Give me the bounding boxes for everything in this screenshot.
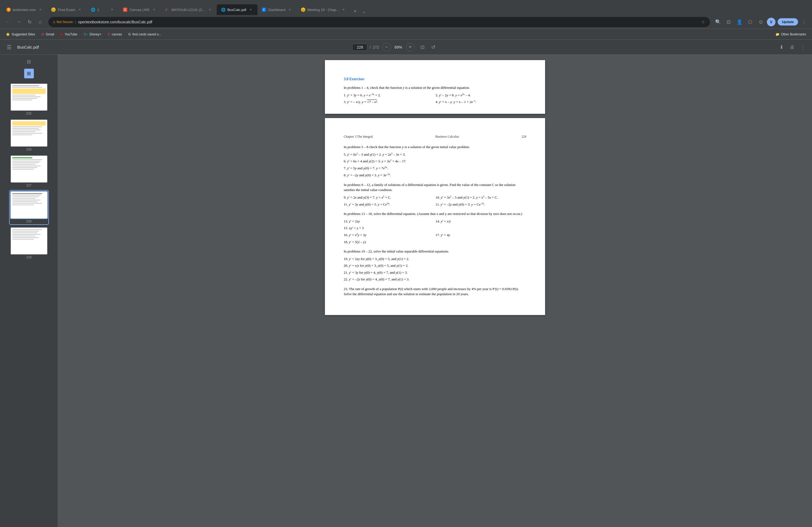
- zoom-out-button[interactable]: −: [382, 43, 391, 51]
- forward-button[interactable]: →: [14, 17, 24, 27]
- problem-15: 15. xy′ = y + 3: [344, 225, 526, 231]
- pdf-pages-area[interactable]: 3.8 Exercises In problems 1 – 4, check t…: [58, 55, 812, 527]
- pdf-toolbar: ☰ BusCalc.pdf / 272 − 69% + ⊡ ↺ ⬇ 🖨 ⋮: [0, 40, 812, 55]
- tab-favicon-canvas: C: [123, 7, 127, 12]
- tab-close-finalexam[interactable]: ×: [77, 7, 82, 12]
- bookmarks-right: 📁 Other Bookmarks: [773, 31, 809, 37]
- bookmark-disney[interactable]: D+ Disney+: [81, 31, 104, 37]
- reload-button[interactable]: ↻: [25, 17, 34, 27]
- pdf-menu-button[interactable]: ☰: [4, 42, 14, 52]
- bookmark-icon[interactable]: ⊡: [724, 17, 734, 27]
- pdf-title: BusCalc.pdf: [17, 45, 349, 49]
- problems-9-10: 9. y′ = 2x and y(3) = 7. y = x2 + C. 10.…: [344, 195, 526, 200]
- bookmark-find-cards[interactable]: G find cards saved o...: [126, 31, 164, 37]
- extensions-icon[interactable]: ⬡: [745, 17, 755, 27]
- update-button[interactable]: Update: [778, 18, 798, 26]
- more-pdf-options-icon[interactable]: ⋮: [798, 42, 808, 52]
- new-tab-button[interactable]: +: [351, 7, 359, 15]
- sidebar-thumbnails-icon[interactable]: ⊞: [24, 69, 34, 78]
- rotate-icon[interactable]: ↺: [429, 42, 438, 52]
- download-icon[interactable]: ⬇: [777, 42, 786, 52]
- pdf-sidebar: ⊟ ⊞ 225: [0, 55, 58, 527]
- tab-favicon-dashboard: C: [262, 7, 266, 12]
- address-right-icons: ☆: [700, 19, 706, 25]
- tab-textbroker[interactable]: T textbroker.com ×: [2, 4, 47, 15]
- intro-19-22: In problems 19 – 22, solve the initial v…: [344, 249, 526, 254]
- toolbar-right-buttons: 🔍 ⊡ 👤 ⬡ ⊙ V Update ⋮: [713, 17, 809, 27]
- pdf-thumb-228[interactable]: 228: [10, 191, 48, 224]
- tab-buscalc[interactable]: 🌐 BusCalc.pdf ×: [217, 4, 258, 15]
- problem-8: 8. y′ = –2y and y(0) = 3. y = 3e–2x.: [344, 172, 526, 178]
- tab-favicon-1: 🌐: [91, 7, 95, 12]
- problem-4: 4. y′ = x – y. y = x – 1 + 2e−x.: [436, 99, 526, 105]
- tab-close-math[interactable]: ×: [207, 7, 213, 12]
- user-icon[interactable]: 👤: [735, 17, 744, 27]
- thumb-image-227: [11, 156, 47, 182]
- print-icon[interactable]: 🖨: [787, 42, 797, 52]
- problems-16-18: 16. y′ = x2y + 3y 17. y′ = 4y: [344, 232, 526, 238]
- tab-math[interactable]: 🎓 MATH140-12141 (C... ×: [161, 4, 217, 15]
- tab-favicon-math: 🎓: [165, 7, 170, 12]
- address-separator: |: [75, 20, 76, 24]
- thumb-num-229: 229: [26, 255, 31, 259]
- tab-meeting[interactable]: 🐝 Meeting 19 - Chap... ×: [297, 4, 350, 15]
- tab-favicon-finalexam: 🐝: [51, 7, 56, 12]
- pdf-toolbar-icons: ⊡ ↺: [418, 42, 438, 52]
- page-number: 228: [521, 134, 526, 139]
- pdf-thumb-226[interactable]: 226: [10, 119, 48, 152]
- tab-label-meeting: Meeting 19 - Chap...: [307, 8, 339, 12]
- other-bookmarks[interactable]: 📁 Other Bookmarks: [773, 31, 809, 37]
- pdf-thumb-227[interactable]: 227: [10, 154, 48, 189]
- sidebar-page-view-icon[interactable]: ⊟: [24, 57, 34, 66]
- bookmark-star-icon[interactable]: ☆: [700, 19, 706, 25]
- tab-close-textbroker[interactable]: ×: [38, 7, 43, 12]
- pdf-thumb-225[interactable]: 225: [10, 82, 48, 117]
- problem-1: 1. y′ + 3y = 6. y = e−3x + 2.: [344, 93, 434, 98]
- fit-page-icon[interactable]: ⊡: [418, 42, 427, 52]
- tabs-container: T textbroker.com × 🐝 Final Exam × 🌐 1 × …: [2, 0, 810, 15]
- tab-close-1[interactable]: ×: [110, 7, 114, 12]
- tab-canvas[interactable]: C Canvas LMS ×: [119, 4, 161, 15]
- problem-12: 11. y′ = –2y and y(0) = 3. y = Ce–2x.: [436, 202, 526, 207]
- tabs-expand-button[interactable]: ⌄: [360, 7, 367, 15]
- bookmark-suggested-sites[interactable]: ⭐ Suggested Sites: [3, 31, 38, 37]
- address-bar[interactable]: ⚠ Not Secure | opentextbookstore.com/bus…: [48, 17, 710, 27]
- problem-18: 18. y′ = 5(2 – y): [344, 239, 526, 245]
- bookmark-gmail[interactable]: M Gmail: [39, 31, 57, 37]
- bookmark-youtube[interactable]: ▶ YouTube: [58, 31, 80, 37]
- tab-favicon-textbroker: T: [6, 7, 11, 12]
- zoom-in-button[interactable]: +: [406, 43, 415, 51]
- tab-label-buscalc: BusCalc.pdf: [228, 8, 246, 12]
- search-icon[interactable]: 🔍: [713, 17, 723, 27]
- bookmark-canvas[interactable]: C canvas: [105, 31, 125, 37]
- pdf-content: ⊟ ⊞ 225: [0, 55, 812, 527]
- pdf-thumb-229[interactable]: 229: [10, 226, 48, 260]
- pdf-page-input[interactable]: [352, 44, 367, 51]
- problem-10: 10. y′ = 3x2 – 5 and y(1) = 2. y = x3 – …: [436, 195, 526, 200]
- tab-close-buscalc[interactable]: ×: [248, 7, 253, 12]
- tab-close-canvas[interactable]: ×: [152, 7, 157, 12]
- back-button[interactable]: ←: [3, 17, 13, 27]
- security-warning: ⚠ Not Secure: [53, 20, 73, 24]
- tab-label-math: MATH140-12141 (C...: [172, 8, 205, 12]
- tab-label-finalexam: Final Exam: [58, 8, 75, 12]
- pdf-page-227-partial: 3.8 Exercises In problems 1 – 4, check t…: [325, 60, 545, 114]
- thumb-num-228: 228: [26, 220, 31, 223]
- more-options-icon[interactable]: ⋮: [799, 17, 809, 27]
- tab-favicon-meeting: 🐝: [301, 7, 305, 12]
- tab-finalexam[interactable]: 🐝 Final Exam ×: [47, 4, 86, 15]
- profile-icon[interactable]: ⊙: [756, 17, 766, 27]
- tab-close-dashboard[interactable]: ×: [288, 7, 292, 12]
- tab-close-meeting[interactable]: ×: [341, 7, 346, 12]
- tab-favicon-buscalc: 🌐: [221, 7, 225, 12]
- browser-titlebar: T textbroker.com × 🐝 Final Exam × 🌐 1 × …: [0, 0, 812, 15]
- avatar-button[interactable]: V: [767, 18, 775, 26]
- tab-dashboard[interactable]: C Dashboard ×: [258, 4, 297, 15]
- problem-20: 20. y′ = x/y for y(0) = 3, y(0) = 5, and…: [344, 263, 526, 268]
- home-button[interactable]: ⌂: [35, 17, 45, 27]
- problem-intro-1-4: In problems 1 – 4, check that the functi…: [344, 85, 526, 90]
- thumb-num-227: 227: [26, 183, 31, 187]
- problem-2: 2. y′ – 2y = 8. y = e2x – 4.: [436, 93, 526, 98]
- disney-icon: D+: [84, 32, 88, 36]
- tab-1[interactable]: 🌐 1 ×: [86, 4, 119, 15]
